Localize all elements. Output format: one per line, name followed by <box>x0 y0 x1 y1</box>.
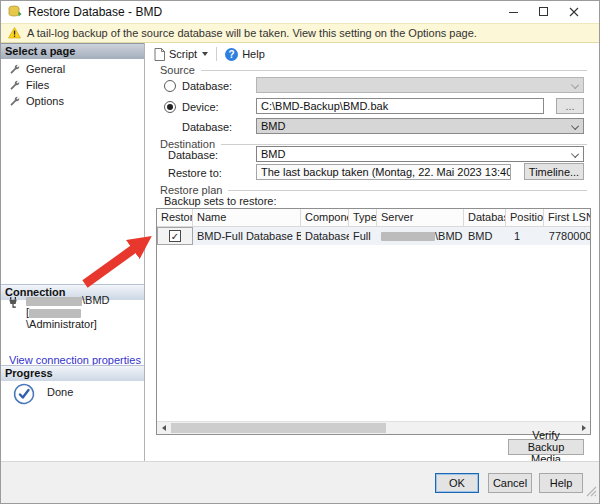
sidebar-item-label: Options <box>26 95 64 107</box>
sidebar-item-label: General <box>26 63 65 75</box>
warning-text: A tail-log backup of the source database… <box>27 27 477 39</box>
chevron-down-icon <box>202 52 208 56</box>
main-panel: Script ? Help Source Database: Device: C… <box>146 43 599 461</box>
name-cell: BMD-Full Database Backup <box>193 227 301 245</box>
backup-sets-table: Restore Name Component Type Server Datab… <box>156 208 591 435</box>
first-lsn-cell: 7780000181 <box>544 227 591 245</box>
sidebar-item-files[interactable]: Files <box>1 77 144 93</box>
resize-grip[interactable] <box>586 483 597 501</box>
col-component[interactable]: Component <box>301 209 349 227</box>
scroll-right-arrow[interactable] <box>577 422 590 434</box>
progress-status: Done <box>47 386 73 398</box>
restore-checkbox[interactable]: ✓ <box>169 230 181 242</box>
restore-to-field: The last backup taken (Montag, 22. Mai 2… <box>256 164 511 180</box>
scroll-left-arrow[interactable] <box>157 422 170 434</box>
wrench-icon <box>9 80 20 91</box>
window-controls <box>499 1 589 23</box>
connection-user: [\Administrator] <box>26 306 142 330</box>
done-check-icon <box>13 383 35 409</box>
select-a-page-header: Select a page <box>1 43 144 59</box>
restore-cell: ✓ <box>157 227 193 245</box>
source-database-combo <box>256 77 584 93</box>
source-database-select-label: Database: <box>182 121 232 133</box>
chevron-down-icon <box>571 81 579 89</box>
device-path-input[interactable]: C:\BMD-Backup\BMD.bak <box>256 98 544 114</box>
help-label: Help <box>242 48 265 60</box>
ok-button[interactable]: OK <box>435 473 479 493</box>
source-device-radio[interactable] <box>164 101 176 113</box>
script-icon <box>154 48 165 61</box>
source-group-header: Source <box>160 64 587 76</box>
minimize-button[interactable] <box>499 1 529 23</box>
title-bar: Restore Database - BMD <box>1 1 599 23</box>
connection-info: \BMD [\Administrator] <box>7 294 142 330</box>
col-position[interactable]: Position <box>506 209 544 227</box>
scrollbar-thumb[interactable] <box>171 423 386 433</box>
script-button[interactable]: Script <box>150 47 212 62</box>
redacted-user-name <box>29 309 81 318</box>
restore-database-dialog: Restore Database - BMD A tail-log backup… <box>0 0 600 504</box>
page-tree: General Files Options <box>1 61 144 109</box>
col-name[interactable]: Name <box>193 209 301 227</box>
progress-status-row: Done <box>13 383 73 409</box>
sidebar: Select a page General Files Options <box>1 43 145 461</box>
browse-button[interactable]: ... <box>556 98 584 114</box>
sidebar-item-options[interactable]: Options <box>1 93 144 109</box>
table-header-row: Restore Name Component Type Server Datab… <box>157 209 591 227</box>
footer-bar: OK Cancel Help <box>1 461 599 503</box>
toolbar-separator <box>216 47 217 61</box>
database-cell: BMD <box>464 227 506 245</box>
source-database-label: Database: <box>182 80 232 92</box>
progress-header: Progress <box>1 365 144 381</box>
help-icon: ? <box>225 48 238 61</box>
help-footer-button[interactable]: Help <box>539 473 583 493</box>
chevron-down-icon <box>571 150 579 158</box>
window-title: Restore Database - BMD <box>28 5 162 19</box>
source-database-select[interactable]: BMD <box>256 118 584 134</box>
type-cell: Full <box>349 227 377 245</box>
col-server[interactable]: Server <box>377 209 464 227</box>
restore-to-label: Restore to: <box>168 167 222 179</box>
tail-log-warning-bar: A tail-log backup of the source database… <box>1 23 599 43</box>
redacted-server-name <box>26 297 82 306</box>
col-database[interactable]: Database <box>464 209 506 227</box>
component-cell: Database <box>301 227 349 245</box>
wrench-icon <box>9 96 20 107</box>
dialog-toolbar: Script ? Help <box>150 45 269 63</box>
plug-icon <box>7 296 20 330</box>
sidebar-item-label: Files <box>26 79 49 91</box>
backup-sets-label: Backup sets to restore: <box>164 195 277 207</box>
source-device-label: Device: <box>182 101 219 113</box>
help-button[interactable]: ? Help <box>221 47 269 62</box>
script-label: Script <box>169 48 197 60</box>
wrench-icon <box>9 64 20 75</box>
table-row[interactable]: ✓ BMD-Full Database Backup Database Full… <box>157 227 591 245</box>
cancel-button[interactable]: Cancel <box>488 473 532 493</box>
destination-database-label: Database: <box>168 149 218 161</box>
warning-icon <box>8 27 21 39</box>
connection-server: \BMD <box>26 294 142 306</box>
position-cell: 1 <box>506 227 544 245</box>
server-cell: \BMD <box>377 227 464 245</box>
chevron-down-icon <box>571 122 579 130</box>
col-restore[interactable]: Restore <box>157 209 193 227</box>
source-database-radio[interactable] <box>164 80 176 92</box>
verify-backup-media-button[interactable]: Verify Backup Media <box>508 439 584 455</box>
col-first-lsn[interactable]: First LSN <box>544 209 591 227</box>
restore-database-icon <box>8 5 22 19</box>
destination-database-select[interactable]: BMD <box>256 146 584 162</box>
col-type[interactable]: Type <box>349 209 377 227</box>
sidebar-item-general[interactable]: General <box>1 61 144 77</box>
redacted-server-name <box>381 232 435 241</box>
maximize-button[interactable] <box>529 1 559 23</box>
timeline-button[interactable]: Timeline... <box>524 163 584 180</box>
close-button[interactable] <box>559 1 589 23</box>
